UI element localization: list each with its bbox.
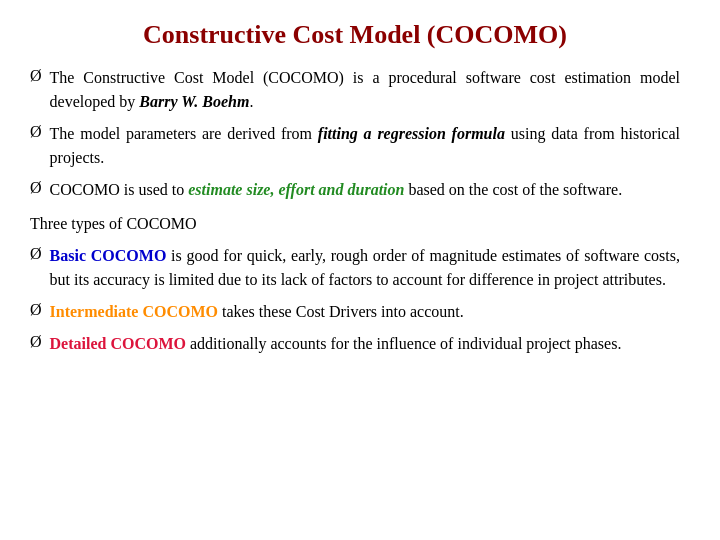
bullet-symbol-3: Ø xyxy=(30,179,42,197)
type-bullet-symbol-2: Ø xyxy=(30,301,42,319)
bullet-symbol-2: Ø xyxy=(30,123,42,141)
basic-cocomo-label: Basic COCOMO xyxy=(50,247,167,264)
bullet-item-1: Ø The Constructive Cost Model (COCOMO) i… xyxy=(30,66,680,114)
type-bullet-item-2: Ø Intermediate COCOMO takes these Cost D… xyxy=(30,300,680,324)
type-bullet-item-1: Ø Basic COCOMO is good for quick, early,… xyxy=(30,244,680,292)
bullet-item-2: Ø The model parameters are derived from … xyxy=(30,122,680,170)
section-heading: Three types of COCOMO xyxy=(30,212,680,236)
type-bullet-text-2: Intermediate COCOMO takes these Cost Dri… xyxy=(50,300,464,324)
bullet-text-2: The model parameters are derived from fi… xyxy=(50,122,680,170)
type-bullet-symbol-3: Ø xyxy=(30,333,42,351)
bullet-text-3: COCOMO is used to estimate size, effort … xyxy=(50,178,623,202)
bullet-text-1: The Constructive Cost Model (COCOMO) is … xyxy=(50,66,680,114)
intermediate-cocomo-label: Intermediate COCOMO xyxy=(50,303,218,320)
type-bullet-list: Ø Basic COCOMO is good for quick, early,… xyxy=(30,244,680,356)
type-bullet-symbol-1: Ø xyxy=(30,245,42,263)
type-bullet-item-3: Ø Detailed COCOMO additionally accounts … xyxy=(30,332,680,356)
type-bullet-text-3: Detailed COCOMO additionally accounts fo… xyxy=(50,332,622,356)
type-bullet-text-1: Basic COCOMO is good for quick, early, r… xyxy=(50,244,680,292)
bullet-item-3: Ø COCOMO is used to estimate size, effor… xyxy=(30,178,680,202)
bullet-symbol-1: Ø xyxy=(30,67,42,85)
page-title: Constructive Cost Model (COCOMO) xyxy=(30,20,680,50)
estimate-text: estimate size, effort and duration xyxy=(188,181,404,198)
main-bullet-list: Ø The Constructive Cost Model (COCOMO) i… xyxy=(30,66,680,202)
detailed-cocomo-label: Detailed COCOMO xyxy=(50,335,186,352)
page: Constructive Cost Model (COCOMO) Ø The C… xyxy=(0,0,720,540)
regression-formula-text: fitting a regression formula xyxy=(318,125,505,142)
barry-boehm-text: Barry W. Boehm xyxy=(139,93,249,110)
